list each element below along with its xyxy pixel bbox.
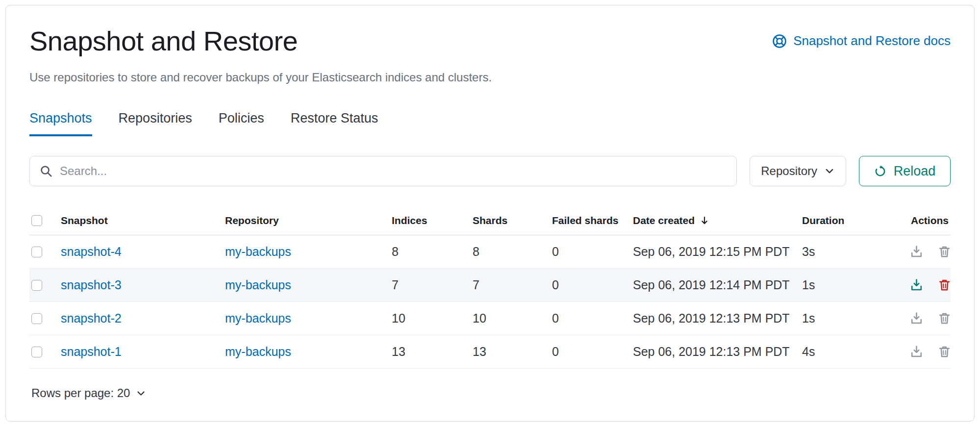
shards-cell: 7	[473, 278, 552, 292]
indices-cell: 8	[392, 245, 473, 259]
date-created-header-label: Date created	[633, 215, 695, 226]
toolbar: Repository Reload	[29, 156, 951, 186]
tab-snapshots[interactable]: Snapshots	[29, 111, 92, 136]
snapshot-link[interactable]: snapshot-1	[61, 345, 122, 358]
row-checkbox[interactable]	[31, 247, 42, 257]
repository-link[interactable]: my-backups	[225, 278, 291, 292]
restore-download-icon[interactable]	[910, 278, 923, 292]
tab-policies[interactable]: Policies	[219, 111, 264, 136]
select-all-checkbox[interactable]	[31, 215, 42, 226]
snapshot-link[interactable]: snapshot-3	[61, 278, 122, 292]
repository-link[interactable]: my-backups	[225, 345, 291, 358]
table-pagination: Rows per page: 20	[29, 382, 951, 404]
failed-shards-cell: 0	[552, 245, 633, 259]
tab-repositories[interactable]: Repositories	[119, 111, 192, 136]
column-header-actions: Actions	[911, 215, 951, 226]
snapshots-table: Snapshot Repository Indices Shards Faile…	[29, 206, 951, 369]
column-header-indices[interactable]: Indices	[392, 215, 473, 226]
search-box	[29, 156, 737, 186]
page-header: Snapshot and Restore Snapshot and Restor…	[29, 26, 951, 56]
shards-cell: 10	[473, 311, 552, 326]
table-header-row: Snapshot Repository Indices Shards Faile…	[29, 206, 951, 235]
column-header-date-created[interactable]: Date created	[633, 215, 802, 226]
restore-download-icon[interactable]	[910, 345, 923, 358]
tab-bar: Snapshots Repositories Policies Restore …	[29, 111, 951, 136]
shards-cell: 13	[473, 345, 552, 359]
failed-shards-cell: 0	[552, 345, 633, 359]
search-input[interactable]	[60, 164, 727, 178]
restore-download-icon[interactable]	[910, 245, 923, 258]
column-header-shards[interactable]: Shards	[473, 215, 552, 226]
snapshot-link[interactable]: snapshot-4	[61, 245, 122, 258]
date-created-cell: Sep 06, 2019 12:13 PM PDT	[633, 345, 802, 359]
duration-cell: 4s	[802, 345, 910, 359]
delete-trash-icon[interactable]	[938, 312, 951, 325]
docs-link-label: Snapshot and Restore docs	[793, 33, 951, 49]
date-created-cell: Sep 06, 2019 12:14 PM PDT	[633, 278, 802, 292]
delete-trash-icon[interactable]	[938, 278, 951, 292]
repository-filter-button[interactable]: Repository	[750, 156, 846, 186]
chevron-down-icon	[824, 166, 835, 176]
repository-link[interactable]: my-backups	[225, 245, 291, 258]
docs-link[interactable]: Snapshot and Restore docs	[772, 33, 951, 49]
row-checkbox[interactable]	[31, 313, 42, 324]
delete-trash-icon[interactable]	[938, 245, 951, 258]
failed-shards-cell: 0	[552, 311, 633, 326]
refresh-icon	[874, 165, 886, 177]
chevron-down-icon	[136, 388, 146, 399]
repository-filter-label: Repository	[761, 164, 817, 178]
duration-cell: 1s	[802, 278, 910, 292]
indices-cell: 7	[392, 278, 473, 292]
snapshot-restore-panel: Snapshot and Restore Snapshot and Restor…	[5, 5, 975, 422]
row-checkbox[interactable]	[31, 280, 42, 291]
shards-cell: 8	[473, 245, 552, 259]
repository-link[interactable]: my-backups	[225, 311, 291, 325]
delete-trash-icon[interactable]	[938, 345, 951, 358]
table-row: snapshot-3 my-backups 7 7 0 Sep 06, 2019…	[29, 269, 951, 302]
row-checkbox[interactable]	[31, 347, 42, 357]
help-icon	[772, 34, 787, 49]
table-row: snapshot-2 my-backups 10 10 0 Sep 06, 20…	[29, 302, 951, 335]
rows-per-page-label: Rows per page: 20	[31, 386, 130, 400]
date-created-cell: Sep 06, 2019 12:13 PM PDT	[633, 311, 802, 326]
snapshot-link[interactable]: snapshot-2	[61, 311, 122, 325]
tab-restore-status[interactable]: Restore Status	[291, 111, 378, 136]
column-header-repository[interactable]: Repository	[225, 215, 392, 226]
restore-download-icon[interactable]	[910, 312, 923, 325]
column-header-duration[interactable]: Duration	[802, 215, 910, 226]
search-icon	[40, 165, 52, 177]
rows-per-page-button[interactable]: Rows per page: 20	[29, 382, 148, 404]
indices-cell: 10	[392, 311, 473, 326]
duration-cell: 3s	[802, 245, 910, 259]
date-created-cell: Sep 06, 2019 12:15 PM PDT	[633, 245, 802, 259]
table-row: snapshot-1 my-backups 13 13 0 Sep 06, 20…	[29, 335, 951, 369]
failed-shards-cell: 0	[552, 278, 633, 292]
reload-button-label: Reload	[894, 164, 936, 179]
reload-button[interactable]: Reload	[859, 156, 951, 186]
table-row: snapshot-4 my-backups 8 8 0 Sep 06, 2019…	[29, 235, 951, 269]
column-header-failed-shards[interactable]: Failed shards	[552, 215, 633, 226]
sort-arrow-down-icon	[699, 215, 710, 226]
duration-cell: 1s	[802, 311, 910, 326]
page-title: Snapshot and Restore	[29, 26, 298, 56]
indices-cell: 13	[392, 345, 473, 359]
column-header-snapshot[interactable]: Snapshot	[61, 215, 225, 226]
page-description: Use repositories to store and recover ba…	[29, 69, 951, 86]
